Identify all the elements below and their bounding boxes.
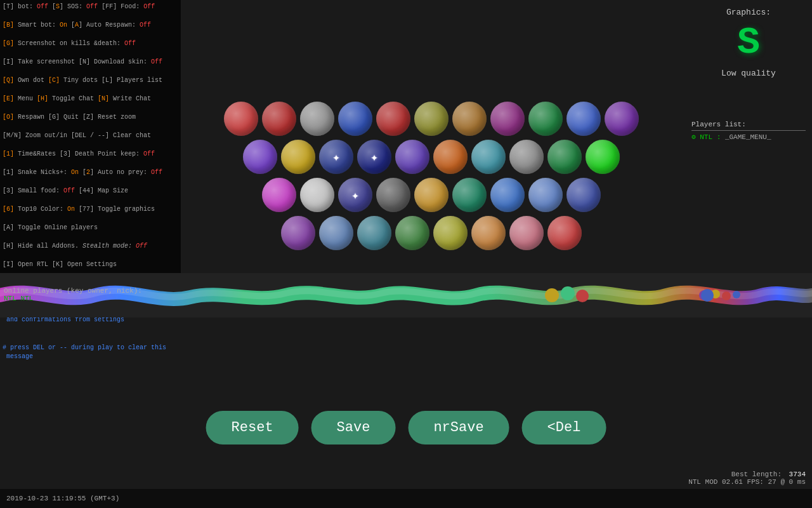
svg-point-7 <box>701 289 714 302</box>
line-respawn: [O] Respawn [G] Quit [Z] Reset zoom <box>3 113 178 123</box>
left-panel: [T] bot: Off [S] SOS: Off [FF] Food: Off… <box>0 0 181 279</box>
color-circle-1-6[interactable] <box>471 140 506 174</box>
graphics-label: Graphics: <box>726 8 771 17</box>
color-circle-2-6[interactable] <box>490 178 525 212</box>
color-circle-3-3[interactable] <box>395 216 429 250</box>
color-circle-3-2[interactable] <box>357 216 391 250</box>
buttons-area: Reset Save nrSave <Del <box>206 411 606 444</box>
color-circle-2-8[interactable] <box>566 178 601 212</box>
online-players-list: NTL <box>4 295 20 302</box>
color-circle-3-5[interactable] <box>471 216 506 250</box>
color-circle-2-7[interactable] <box>528 178 563 212</box>
color-circle-1-9[interactable] <box>586 140 620 174</box>
best-length-area: Best length: 3734 NTL MOD 02.61 FPS: 27 … <box>688 471 806 486</box>
fps-line: NTL MOD 02.61 FPS: 27 @ 0 ms <box>688 478 806 486</box>
info-del: # press DEL or -- during play to clear t… <box>3 344 178 362</box>
color-circle-0-2[interactable] <box>300 102 334 136</box>
color-circle-1-2[interactable]: ✦ <box>319 140 353 174</box>
color-circle-0-5[interactable] <box>414 102 449 136</box>
color-circle-0-8[interactable] <box>528 102 563 136</box>
color-circle-0-3[interactable] <box>338 102 372 136</box>
players-list-label: Players list: <box>691 121 806 128</box>
color-circle-2-0[interactable] <box>262 178 296 212</box>
color-circle-3-1[interactable] <box>319 216 353 250</box>
line-smallfood: [3] Small food: Off [44] Map Size <box>3 187 178 196</box>
color-row-3 <box>228 216 634 250</box>
players-list: Players list: ⚙ NTL : _GAME_MENU_ <box>691 121 806 141</box>
nrsave-button[interactable]: nrSave <box>408 411 509 444</box>
svg-point-6 <box>733 291 740 298</box>
color-row-1: ✦✦ <box>228 140 634 174</box>
color-circle-3-0[interactable] <box>281 216 315 250</box>
color-circle-1-0[interactable] <box>243 140 277 174</box>
right-panel: Graphics: S Low quality <box>685 0 812 85</box>
svg-point-0 <box>545 288 559 302</box>
best-length-label: Best length: <box>731 471 782 478</box>
line-timerates: [1] Time&Rates [3] Death Point keep: Off <box>3 150 178 159</box>
color-circle-2-2[interactable]: ✦ <box>338 178 372 212</box>
color-row-0 <box>228 102 634 136</box>
ntl-entry: ⚙ NTL : _GAME_MENU_ <box>691 133 806 141</box>
best-length-line: Best length: 3734 <box>688 471 806 478</box>
color-circle-1-1[interactable] <box>281 140 315 174</box>
del-button[interactable]: <Del <box>522 411 606 444</box>
quality-label: Low quality <box>721 69 776 78</box>
save-button[interactable]: Save <box>311 411 396 444</box>
color-circle-2-3[interactable] <box>376 178 410 212</box>
color-row-2: ✦ <box>228 178 634 212</box>
line-snakenicks: [1] Snake Nicks+: On [2] Auto no prey: O… <box>3 168 178 178</box>
color-circle-2-1[interactable] <box>300 178 334 212</box>
color-circle-1-8[interactable] <box>547 140 582 174</box>
color-circle-1-3[interactable]: ✦ <box>357 140 391 174</box>
line-takescreenshot: [I] Take screenshot [N] Download skin: O… <box>3 58 178 67</box>
line-toggleonline: [A] Toggle Online players <box>3 224 178 233</box>
online-players-label: Online players (key owner, nick): <box>4 287 142 295</box>
color-circle-3-7[interactable] <box>547 216 582 250</box>
snake-logo: S <box>691 21 806 64</box>
color-circle-0-7[interactable] <box>490 102 525 136</box>
line-screenshot: [G] Screenshot on kills &death: Off <box>3 39 178 49</box>
timestamp: 2019-10-23 11:19:55 (GMT+3) <box>6 495 119 502</box>
color-circle-1-5[interactable] <box>433 140 468 174</box>
color-circle-0-10[interactable] <box>605 102 639 136</box>
line-owndot: [Q] Own dot [C] Tiny dots [L] Players li… <box>3 76 178 86</box>
line-stealth: [H] Hide all Addons. Stealth mode: Off <box>3 242 178 251</box>
color-circle-1-4[interactable] <box>395 140 429 174</box>
line-smartbot: [B] Smart bot: On [A] Auto Respawn: Off <box>3 21 178 30</box>
color-circle-2-4[interactable] <box>414 178 449 212</box>
online-players-area: Online players (key owner, nick): NTL NT… <box>0 286 146 304</box>
best-length-value: 3734 <box>789 471 806 478</box>
svg-point-1 <box>561 286 575 300</box>
color-circle-0-0[interactable] <box>224 102 258 136</box>
color-circle-2-5[interactable] <box>452 178 487 212</box>
line-top10color: [6] Top10 Color: On [77] Toggle graphics <box>3 205 178 215</box>
color-circle-1-7[interactable] <box>509 140 544 174</box>
line-menu: [E] Menu [H] Toggle Chat [N] Write Chat <box>3 95 178 104</box>
svg-point-5 <box>722 291 731 300</box>
color-circle-0-1[interactable] <box>262 102 296 136</box>
reset-button[interactable]: Reset <box>206 411 299 444</box>
color-circle-0-4[interactable] <box>376 102 410 136</box>
color-circle-3-4[interactable] <box>433 216 468 250</box>
color-circle-0-9[interactable] <box>566 102 601 136</box>
bottom-bar: 2019-10-23 11:19:55 (GMT+3) <box>0 489 812 508</box>
line-bot: [T] bot: Off [S] SOS: Off [FF] Food: Off <box>3 3 178 12</box>
color-circle-0-6[interactable] <box>452 102 487 136</box>
line-zoom: [M/N] Zoom out/in [DEL / --] Clear chat <box>3 131 178 141</box>
color-grid: ✦✦✦ <box>228 102 634 254</box>
color-circle-3-6[interactable] <box>509 216 544 250</box>
line-openrtl: [I] Open RTL [K] Open Settings <box>3 260 178 270</box>
svg-point-2 <box>576 290 589 302</box>
